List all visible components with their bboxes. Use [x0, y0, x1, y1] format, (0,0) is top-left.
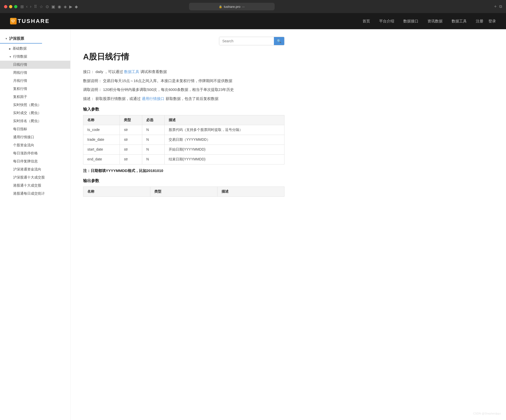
- sidebar-stocks-label: 沪深股票: [9, 36, 24, 41]
- sidebar-item-money-flow[interactable]: 个股资金流向: [0, 141, 70, 149]
- sidebar-item-daily-indicators[interactable]: 每日指标: [0, 125, 70, 133]
- cell-required: N: [142, 135, 165, 145]
- close-button[interactable]: [4, 5, 7, 8]
- more-icon: ···: [242, 5, 245, 9]
- address-bar[interactable]: 🔒 tushare.pro ···: [189, 3, 275, 10]
- out-col-type: 类型: [150, 187, 217, 197]
- nav-tools[interactable]: 数据工具: [452, 19, 467, 24]
- data-tools-link[interactable]: 数据工具: [124, 69, 139, 74]
- desc-link-suffix: 获取数据，包含了前后复权数据: [166, 96, 219, 101]
- sidebar-item-market-data[interactable]: ▼ 行情数据: [0, 53, 70, 61]
- interface-suffix: ，可以通过: [104, 69, 123, 74]
- sidebar-item-realtime-rank[interactable]: 实时排名（爬虫）: [0, 117, 70, 125]
- data-desc-label: 数据说明：: [83, 79, 102, 83]
- fetch-text: 120积分每分钟内最多调取500次，每次6000条数据，相当于单次提取23年历史: [103, 87, 234, 92]
- sidebar-general-api-label: 通用行情接口: [13, 135, 34, 139]
- login-link[interactable]: 登录: [488, 19, 496, 24]
- sidebar-top10-northbound-label: 沪深股通十大成交股: [13, 175, 45, 179]
- date-note: 注：日期都填YYYYMMDD格式，比如20181010: [83, 168, 284, 173]
- sidebar-item-suspend[interactable]: 每日停复牌信息: [0, 157, 70, 165]
- sidebar-section-stocks: ▼ 沪深股票 ▶ 基础数据 ▼ 行情数据 日线行情 周线行情 月线行情 复权行情: [0, 34, 70, 198]
- nav-api[interactable]: 数据接口: [403, 19, 418, 24]
- search-button[interactable]: 🔍: [274, 37, 284, 45]
- github-icon[interactable]: ⊙: [46, 4, 49, 9]
- expanded-arrow-icon: ▼: [9, 55, 12, 58]
- input-header-row: 名称 类型 必选 描述: [83, 115, 284, 125]
- sidebar-basic-data-label: 基础数据: [13, 46, 27, 51]
- sidebar-hk-daily-stats-label: 港股通每日成交统计: [13, 191, 45, 195]
- register-link[interactable]: 注册: [476, 19, 483, 24]
- output-table-header: 名称 类型 描述: [83, 187, 284, 197]
- sidebar-item-top10-northbound[interactable]: 沪深股通十大成交股: [0, 173, 70, 182]
- col-type: 类型: [120, 115, 142, 125]
- sidebar-adjusted-label: 复权行情: [13, 87, 27, 91]
- search-container: 🔍: [83, 37, 284, 45]
- sidebar: ▼ 沪深股票 ▶ 基础数据 ▼ 行情数据 日线行情 周线行情 月线行情 复权行情: [0, 29, 70, 420]
- general-api-link[interactable]: 通用行情接口: [142, 96, 164, 101]
- cell-type: str: [120, 155, 142, 164]
- url-text: tushare.pro: [224, 5, 240, 9]
- back-icon[interactable]: ‹: [26, 4, 27, 9]
- page-title: A股日线行情: [83, 51, 284, 62]
- maximize-button[interactable]: [14, 5, 17, 8]
- input-table-header: 名称 类型 必选 描述: [83, 115, 284, 125]
- sidebar-item-hk-connect-flow[interactable]: 沪深港通资金流向: [0, 165, 70, 173]
- sidebar-monthly-label: 月线行情: [13, 79, 27, 83]
- sidebar-item-weekly[interactable]: 周线行情: [0, 69, 70, 77]
- out-col-desc: 描述: [217, 187, 284, 197]
- sidebar-daily-label: 日线行情: [13, 62, 27, 66]
- cell-name: trade_date: [83, 135, 120, 145]
- search-icon: 🔍: [277, 39, 281, 43]
- ext-icon-3: ◈: [64, 4, 67, 9]
- sidebar-toggle-icon[interactable]: ⊞: [20, 4, 24, 9]
- sidebar-item-realtime-trade[interactable]: 实时成交（爬虫）: [0, 109, 70, 117]
- search-bar[interactable]: 🔍: [219, 37, 284, 45]
- sidebar-stocks-header[interactable]: ▼ 沪深股票: [0, 34, 42, 44]
- nav-actions: 注册 登录: [476, 19, 496, 24]
- sidebar-daily-indicators-label: 每日指标: [13, 127, 27, 131]
- bookmark-icon[interactable]: ☆: [40, 4, 43, 9]
- logo[interactable]: 🛡 TUSHARE: [10, 18, 50, 24]
- tab-arrange-icon[interactable]: ⧉: [499, 4, 502, 9]
- sidebar-item-adjusted[interactable]: 复权行情: [0, 85, 70, 93]
- table-row: ts_code str N 股票代码（支持多个股票同时提取，逗号分隔）: [83, 125, 284, 135]
- input-params-title: 输入参数: [83, 107, 284, 112]
- sidebar-item-limit-price[interactable]: 每日涨跌停价格: [0, 149, 70, 157]
- sidebar-item-realtime-snap[interactable]: 实时快照（爬虫）: [0, 101, 70, 109]
- sidebar-item-top10-hk[interactable]: 港股通十大成交股: [0, 182, 70, 190]
- minimize-button[interactable]: [9, 5, 12, 8]
- sidebar-hk-connect-flow-label: 沪深港通资金流向: [13, 167, 41, 171]
- nav-platform[interactable]: 平台介绍: [379, 19, 394, 24]
- sidebar-item-basic-data[interactable]: ▶ 基础数据: [0, 45, 70, 53]
- desc-label: 描述：: [83, 96, 94, 101]
- logo-shield: 🛡: [11, 19, 16, 23]
- apps-icon[interactable]: ⠿: [34, 4, 37, 9]
- nav-home[interactable]: 首页: [363, 19, 370, 24]
- input-table-body: ts_code str N 股票代码（支持多个股票同时提取，逗号分隔） trad…: [83, 125, 284, 164]
- top-nav: 🛡 TUSHARE 首页 平台介绍 数据接口 资讯数据 数据工具 注册 登录: [0, 13, 506, 29]
- description-block: 接口： daily ，可以通过 数据工具 调试和查看数据 数据说明： 交易日每天…: [83, 68, 284, 102]
- out-col-name: 名称: [83, 187, 150, 197]
- sidebar-item-general-api[interactable]: 通用行情接口: [0, 133, 70, 141]
- cell-type: str: [120, 125, 142, 135]
- search-input[interactable]: [219, 37, 274, 45]
- cell-desc: 开始日期(YYYYMMDD): [165, 145, 284, 155]
- output-header-row: 名称 类型 描述: [83, 187, 284, 197]
- cell-required: N: [142, 155, 165, 164]
- main-content: 🔍 A股日线行情 接口： daily ，可以通过 数据工具 调试和查看数据 数据…: [70, 29, 297, 420]
- sidebar-item-monthly[interactable]: 月线行情: [0, 77, 70, 85]
- sidebar-limit-price-label: 每日涨跌停价格: [13, 151, 38, 155]
- nav-news[interactable]: 资讯数据: [427, 19, 443, 24]
- forward-icon[interactable]: ›: [30, 4, 31, 9]
- cell-name: start_date: [83, 145, 120, 155]
- cell-name: end_date: [83, 155, 120, 164]
- interface-name: daily: [95, 69, 103, 74]
- logo-text: TUSHARE: [18, 18, 50, 24]
- new-tab-icon[interactable]: +: [494, 4, 497, 9]
- sidebar-suspend-label: 每日停复牌信息: [13, 159, 38, 163]
- sidebar-item-adj-factor[interactable]: 复权因子: [0, 93, 70, 101]
- collapsed-arrow-icon: ▶: [9, 47, 11, 50]
- sidebar-item-daily[interactable]: 日线行情: [0, 61, 70, 69]
- sidebar-item-hk-daily-stats[interactable]: 港股通每日成交统计: [0, 190, 70, 198]
- col-name: 名称: [83, 115, 120, 125]
